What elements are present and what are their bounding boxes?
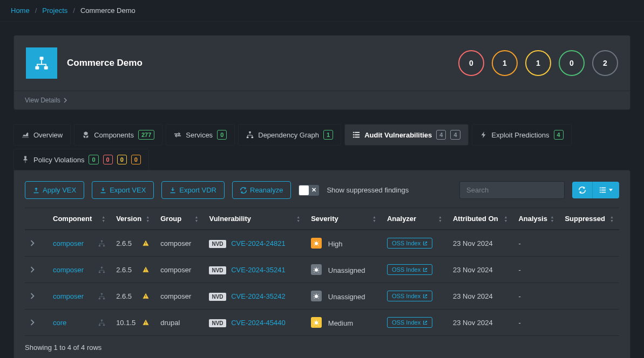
component-link[interactable]: core — [53, 319, 66, 327]
tab-services[interactable]: Services 0 — [166, 124, 235, 146]
sort-icon: ▲▼ — [504, 215, 507, 223]
analyzer-badge[interactable]: OSS Index — [387, 238, 432, 249]
tab-label: Overview — [33, 131, 63, 139]
severity-low-circle[interactable]: 0 — [559, 50, 585, 76]
vuln-source-badge: NVD — [209, 266, 226, 274]
table-footer: Showing 1 to 4 of 4 rows — [25, 343, 619, 352]
severity-icon — [311, 264, 322, 275]
tab-label: Components — [94, 131, 134, 139]
dependency-tree-icon[interactable] — [98, 266, 105, 273]
vulnerability-link[interactable]: CVE-2024-35242 — [231, 292, 285, 300]
col-label: Attributed On — [453, 215, 498, 223]
dependency-tree-icon[interactable] — [98, 240, 105, 247]
version-text: 10.1.5 — [116, 319, 135, 327]
col-vulnerability[interactable]: Vulnerability▲▼ — [204, 208, 306, 230]
export-vex-button[interactable]: Export VEX — [92, 181, 154, 199]
col-suppressed[interactable]: Suppressed▲▼ — [559, 208, 619, 230]
tab-policy-violations[interactable]: Policy Violations 0 0 0 0 — [13, 149, 149, 170]
svg-rect-22 — [103, 298, 105, 299]
dependency-tree-icon[interactable] — [98, 319, 105, 326]
sort-icon: ▲▼ — [101, 215, 105, 223]
group-text: drupal — [155, 309, 204, 336]
apply-vex-button[interactable]: Apply VEX — [25, 181, 84, 199]
col-version[interactable]: Version▲▼ — [111, 208, 155, 230]
svg-rect-25 — [99, 324, 100, 325]
table-row: composer 2.6.5 composer NVD CVE-2024-352… — [25, 283, 619, 309]
version-text: 2.6.5 — [116, 266, 132, 274]
dependency-tree-icon[interactable] — [98, 293, 105, 300]
search-input[interactable] — [459, 181, 565, 199]
svg-rect-16 — [101, 266, 103, 267]
severity-icon — [311, 238, 322, 249]
expand-row-button[interactable] — [25, 283, 48, 309]
toolbar: Apply VEX Export VEX Export VDR Reanalyz… — [25, 181, 619, 199]
tab-badge: 0 — [103, 155, 113, 164]
col-label: Severity — [311, 215, 338, 223]
col-analysis[interactable]: Analysis▲▼ — [513, 208, 559, 230]
severity-unassigned-circle[interactable]: 2 — [592, 50, 618, 76]
col-severity[interactable]: Severity▲▼ — [306, 208, 382, 230]
columns-dropdown-button[interactable] — [593, 182, 619, 198]
svg-rect-20 — [101, 293, 103, 294]
svg-rect-1 — [35, 66, 39, 70]
tab-badge: 277 — [138, 130, 154, 140]
svg-rect-3 — [249, 132, 252, 133]
tab-label: Dependency Graph — [258, 131, 319, 139]
refresh-table-button[interactable] — [572, 182, 593, 198]
severity-medium-circle[interactable]: 1 — [525, 50, 551, 76]
col-label: Suppressed — [565, 215, 605, 223]
severity-high-circle[interactable]: 1 — [492, 50, 518, 76]
vulnerability-link[interactable]: CVE-2024-24821 — [231, 239, 285, 247]
attributed-date: 23 Nov 2024 — [448, 257, 513, 283]
refresh-icon — [240, 187, 247, 194]
vulnerability-link[interactable]: CVE-2024-45440 — [231, 319, 285, 327]
col-attributed-on[interactable]: Attributed On▲▼ — [448, 208, 513, 230]
svg-rect-4 — [247, 137, 249, 139]
col-analyzer[interactable]: Analyzer▲▼ — [382, 208, 448, 230]
table-controls — [572, 182, 619, 198]
vulnerability-link[interactable]: CVE-2024-35241 — [231, 266, 285, 274]
tab-audit-vulnerabilities[interactable]: Audit Vulnerabilities 4 4 — [344, 124, 468, 146]
component-link[interactable]: composer — [53, 292, 84, 300]
reanalyze-button[interactable]: Reanalyze — [232, 181, 291, 199]
outdated-warning-icon — [142, 292, 150, 300]
col-label: Analyzer — [387, 215, 416, 223]
sort-icon: ▲▼ — [550, 215, 554, 223]
component-link[interactable]: composer — [53, 239, 84, 247]
suppressed-cell — [559, 309, 619, 336]
svg-rect-6 — [600, 188, 601, 189]
expand-row-button[interactable] — [25, 257, 48, 283]
suppressed-toggle[interactable]: ✕ — [299, 185, 319, 196]
version-text: 2.6.5 — [116, 292, 132, 300]
svg-rect-10 — [600, 192, 601, 193]
analyzer-badge[interactable]: OSS Index — [387, 264, 432, 275]
breadcrumb-home[interactable]: Home — [11, 6, 30, 15]
table-row: composer 2.6.5 composer NVD CVE-2024-248… — [25, 230, 619, 257]
analysis-text: - — [513, 309, 559, 336]
expand-row-button[interactable] — [25, 230, 48, 257]
severity-icon — [311, 291, 322, 301]
tab-components[interactable]: Components 277 — [74, 124, 162, 146]
sort-icon: ▲▼ — [146, 215, 150, 223]
tab-exploit-predictions[interactable]: Exploit Predictions 4 — [472, 124, 572, 146]
tab-label: Policy Violations — [33, 156, 84, 164]
view-details-link[interactable]: View Details — [14, 91, 630, 109]
suppressed-cell — [559, 257, 619, 283]
button-label: Reanalyze — [250, 186, 283, 194]
breadcrumb-projects[interactable]: Projects — [42, 6, 67, 15]
download-icon — [100, 187, 106, 194]
table-row: core 10.1.5 drupal NVD CVE-2024-45440 Me… — [25, 309, 619, 336]
analyzer-badge[interactable]: OSS Index — [387, 291, 432, 301]
component-link[interactable]: composer — [53, 266, 84, 274]
severity-critical-circle[interactable]: 0 — [458, 50, 484, 76]
sort-icon: ▲▼ — [296, 215, 300, 223]
tab-dependency-graph[interactable]: Dependency Graph 1 — [238, 124, 341, 146]
tab-overview[interactable]: Overview — [13, 124, 71, 146]
svg-rect-2 — [44, 66, 48, 70]
svg-rect-9 — [601, 190, 606, 191]
expand-row-button[interactable] — [25, 309, 48, 336]
analyzer-badge[interactable]: OSS Index — [387, 317, 432, 328]
col-group[interactable]: Group▲▼ — [155, 208, 204, 230]
col-component[interactable]: Component▲▼ — [48, 208, 111, 230]
export-vdr-button[interactable]: Export VDR — [161, 181, 225, 199]
